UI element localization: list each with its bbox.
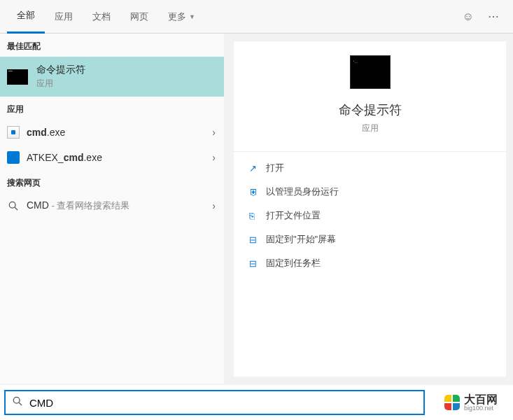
chevron-right-icon: › xyxy=(212,200,216,211)
blue-file-icon xyxy=(7,151,20,164)
ellipsis-icon[interactable]: ⋯ xyxy=(481,10,506,23)
tab-docs[interactable]: 文档 xyxy=(83,0,120,34)
action-item[interactable]: ⊟ 固定到"开始"屏幕 xyxy=(234,227,506,251)
content: 最佳匹配 命令提示符 应用 应用 cmd.exe › ATKEX_cmd.exe… xyxy=(0,34,513,384)
tab-apps[interactable]: 应用 xyxy=(45,0,83,34)
watermark-sub: big100.net xyxy=(464,405,498,412)
watermark-main: 大百网 xyxy=(464,394,498,405)
action-icon: ↗ xyxy=(249,163,266,174)
best-match-item[interactable]: 命令提示符 应用 xyxy=(0,57,224,97)
tab-all[interactable]: 全部 xyxy=(7,0,45,34)
svg-point-0 xyxy=(9,202,15,208)
app-result-item[interactable]: ATKEX_cmd.exe › xyxy=(0,145,224,170)
results-pane: 最佳匹配 命令提示符 应用 应用 cmd.exe › ATKEX_cmd.exe… xyxy=(0,34,224,384)
chevron-right-icon: › xyxy=(212,152,216,163)
cmd-prompt-large-icon xyxy=(350,55,391,89)
section-web: 搜索网页 xyxy=(0,170,224,193)
action-item[interactable]: ⊟ 固定到任务栏 xyxy=(234,251,506,275)
action-label: 打开文件位置 xyxy=(266,209,321,222)
watermark-text: 大百网 big100.net xyxy=(464,394,498,412)
svg-line-3 xyxy=(19,402,22,405)
best-match-text: 命令提示符 应用 xyxy=(36,64,85,90)
section-apps: 应用 xyxy=(0,97,224,120)
top-tabs: 全部 应用 文档 网页 更多 ▼ ☺ ⋯ xyxy=(0,0,513,34)
tab-more-label: 更多 xyxy=(168,10,186,23)
search-input[interactable] xyxy=(29,397,416,409)
action-icon: ⊟ xyxy=(249,234,266,245)
svg-line-1 xyxy=(15,207,17,210)
actions-list: ↗ 打开⛨ 以管理员身份运行⎘ 打开文件位置⊟ 固定到"开始"屏幕⊟ 固定到任务… xyxy=(234,151,506,279)
chevron-down-icon: ▼ xyxy=(189,13,195,20)
app-result-item[interactable]: cmd.exe › xyxy=(0,120,224,145)
chevron-right-icon: › xyxy=(212,127,216,138)
app-result-label: cmd.exe xyxy=(27,127,217,138)
action-label: 以管理员身份运行 xyxy=(266,186,339,198)
cmd-prompt-icon xyxy=(7,69,28,85)
detail-subtitle: 应用 xyxy=(234,122,506,134)
search-field[interactable] xyxy=(4,390,425,415)
cmd-file-icon xyxy=(7,126,20,139)
action-icon: ⎘ xyxy=(249,211,266,221)
app-result-label: ATKEX_cmd.exe xyxy=(27,152,217,163)
tab-more[interactable]: 更多 ▼ xyxy=(158,0,205,34)
action-item[interactable]: ↗ 打开 xyxy=(234,156,506,180)
section-best-match: 最佳匹配 xyxy=(0,34,224,57)
action-label: 打开 xyxy=(266,162,284,174)
action-icon: ⛨ xyxy=(249,187,266,197)
best-match-title: 命令提示符 xyxy=(36,64,85,76)
detail-header: 命令提示符 应用 xyxy=(234,41,506,143)
action-label: 固定到任务栏 xyxy=(266,257,321,270)
web-result-item[interactable]: CMD - 查看网络搜索结果 › xyxy=(0,193,224,218)
action-label: 固定到"开始"屏幕 xyxy=(266,233,336,246)
action-icon: ⊟ xyxy=(249,258,266,269)
watermark: 大百网 big100.net xyxy=(429,394,513,412)
search-bar: 大百网 big100.net xyxy=(0,385,513,420)
search-icon xyxy=(13,396,22,409)
action-item[interactable]: ⛨ 以管理员身份运行 xyxy=(234,180,506,204)
detail-pane: 命令提示符 应用 ↗ 打开⛨ 以管理员身份运行⎘ 打开文件位置⊟ 固定到"开始"… xyxy=(234,41,506,377)
feedback-icon[interactable]: ☺ xyxy=(456,10,481,23)
best-match-subtitle: 应用 xyxy=(36,78,85,90)
search-icon xyxy=(7,200,20,212)
tab-web[interactable]: 网页 xyxy=(120,0,158,34)
watermark-logo-icon xyxy=(444,395,460,410)
web-result-label: CMD - 查看网络搜索结果 xyxy=(27,200,217,212)
detail-title: 命令提示符 xyxy=(234,102,506,118)
action-item[interactable]: ⎘ 打开文件位置 xyxy=(234,204,506,227)
svg-point-2 xyxy=(13,397,20,403)
